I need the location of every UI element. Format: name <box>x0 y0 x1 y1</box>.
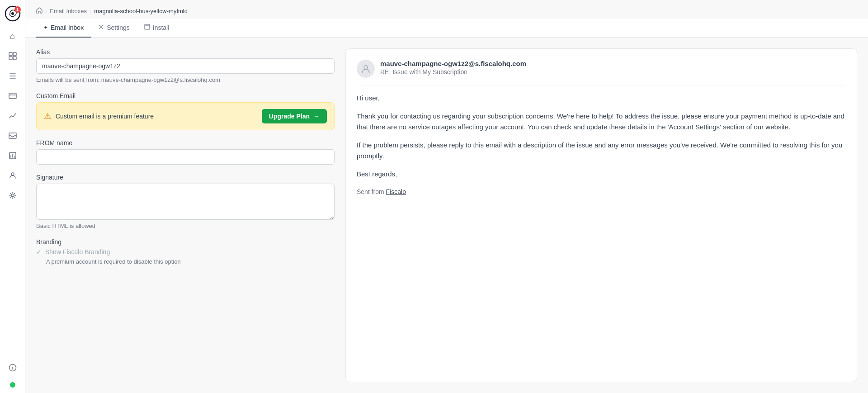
sidebar-item-integrations[interactable] <box>4 186 22 204</box>
from-name-label: FROM name <box>36 139 335 147</box>
premium-banner-text: Custom email is a premium feature <box>56 113 154 120</box>
settings-tab-icon <box>98 24 104 31</box>
svg-rect-21 <box>145 24 150 29</box>
sidebar: 1 ⌂ i <box>0 0 25 393</box>
email-header: mauve-champagne-ogw1z2@s.fiscalohq.com R… <box>357 60 846 85</box>
breadcrumb-current: magnolia-school-bus-yellow-myImld <box>94 8 188 14</box>
sidebar-item-analytics[interactable] <box>4 107 22 125</box>
email-subject: RE: Issue with My Subscription <box>380 68 526 76</box>
sidebar-item-team[interactable] <box>4 166 22 185</box>
tab-install[interactable]: Install <box>137 19 177 38</box>
email-sent-from: Sent from Fiscalo <box>357 187 846 197</box>
sidebar-item-help[interactable]: i <box>4 359 22 377</box>
warning-icon: ⚠ <box>44 111 51 121</box>
signature-label: Signature <box>36 174 335 181</box>
breadcrumb-parent[interactable]: Email Inboxes <box>50 8 87 14</box>
sidebar-item-list[interactable] <box>4 67 22 85</box>
svg-point-16 <box>11 173 14 175</box>
email-inbox-tab-icon: ✦ <box>43 24 48 31</box>
main-content: › Email Inboxes › magnolia-school-bus-ye… <box>25 0 868 393</box>
arrow-right-icon: → <box>313 113 320 120</box>
alias-hint: Emails will be sent from: mauve-champagn… <box>36 76 335 83</box>
signature-group: Signature Basic HTML is allowed <box>36 174 335 229</box>
svg-point-20 <box>100 26 102 28</box>
upgrade-plan-button[interactable]: Upgrade Plan → <box>262 109 327 123</box>
alias-label: Alias <box>36 48 335 56</box>
email-greeting: Hi user, <box>357 93 846 104</box>
branding-checkbox-row: ✓ Show Fiscalo Branding <box>36 248 335 256</box>
signature-hint: Basic HTML is allowed <box>36 223 335 229</box>
from-name-input[interactable] <box>36 149 335 165</box>
branding-label: Branding <box>36 238 335 246</box>
sidebar-item-reports[interactable] <box>4 147 22 165</box>
svg-rect-5 <box>13 57 16 60</box>
sender-avatar <box>357 60 375 78</box>
sidebar-item-contacts[interactable] <box>4 87 22 105</box>
tabs-bar: ✦ Email Inbox Settings Install <box>25 19 868 38</box>
sidebar-bottom: i <box>4 359 22 388</box>
email-preview-panel: mauve-champagne-ogw1z2@s.fiscalohq.com R… <box>345 48 857 382</box>
status-indicator <box>10 382 15 388</box>
sidebar-item-home[interactable]: ⌂ <box>4 27 22 45</box>
branding-section: Branding ✓ Show Fiscalo Branding A premi… <box>36 238 335 265</box>
sent-from-link[interactable]: Fiscalo <box>386 188 406 195</box>
tab-email-inbox[interactable]: ✦ Email Inbox <box>36 19 91 38</box>
content-area: Alias Emails will be sent from: mauve-ch… <box>25 38 868 393</box>
checkbox-check-icon: ✓ <box>36 248 42 256</box>
breadcrumb-sep-2: › <box>90 8 91 14</box>
install-tab-label: Install <box>153 24 170 31</box>
alias-group: Alias Emails will be sent from: mauve-ch… <box>36 48 335 83</box>
svg-text:i: i <box>12 365 13 370</box>
email-body: Hi user, Thank you for contacting us reg… <box>357 93 846 197</box>
breadcrumb-home[interactable] <box>36 7 42 15</box>
from-name-group: FROM name <box>36 139 335 165</box>
svg-rect-4 <box>9 57 12 60</box>
settings-tab-label: Settings <box>107 24 130 31</box>
custom-email-label: Custom Email <box>36 92 335 99</box>
show-branding-label: Show Fiscalo Branding <box>45 248 110 256</box>
email-from-address: mauve-champagne-ogw1z2@s.fiscalohq.com <box>380 60 526 67</box>
sidebar-item-inbox[interactable] <box>4 127 22 145</box>
svg-point-1 <box>11 12 14 15</box>
install-tab-icon <box>144 24 150 31</box>
branding-hint: A premium account is required to disable… <box>46 258 335 265</box>
signature-textarea[interactable] <box>36 184 335 220</box>
svg-point-17 <box>11 194 14 197</box>
email-inbox-tab-label: Email Inbox <box>51 24 84 31</box>
email-body-paragraph-1: Thank you for contacting us regarding yo… <box>357 111 846 133</box>
breadcrumb: › Email Inboxes › magnolia-school-bus-ye… <box>25 0 868 19</box>
upgrade-btn-label: Upgrade Plan <box>269 113 310 120</box>
email-closing: Best regards, <box>357 169 846 180</box>
sidebar-item-dashboard[interactable] <box>4 47 22 65</box>
email-body-paragraph-2: If the problem persists, please reply to… <box>357 140 846 161</box>
settings-form-panel: Alias Emails will be sent from: mauve-ch… <box>36 48 335 382</box>
tab-settings[interactable]: Settings <box>91 19 137 38</box>
email-sender-info: mauve-champagne-ogw1z2@s.fiscalohq.com R… <box>380 60 526 76</box>
svg-point-23 <box>364 66 368 69</box>
breadcrumb-sep-1: › <box>45 8 47 14</box>
app-logo[interactable]: 1 <box>5 5 21 22</box>
svg-rect-9 <box>9 93 16 99</box>
premium-banner: ⚠ Custom email is a premium feature Upgr… <box>36 102 335 130</box>
alias-input[interactable] <box>36 58 335 74</box>
premium-banner-left: ⚠ Custom email is a premium feature <box>44 111 154 121</box>
svg-rect-3 <box>13 52 16 56</box>
notification-badge: 1 <box>14 6 21 13</box>
svg-rect-2 <box>9 52 12 56</box>
sent-from-label: Sent from <box>357 188 384 195</box>
custom-email-group: Custom Email ⚠ Custom email is a premium… <box>36 92 335 130</box>
